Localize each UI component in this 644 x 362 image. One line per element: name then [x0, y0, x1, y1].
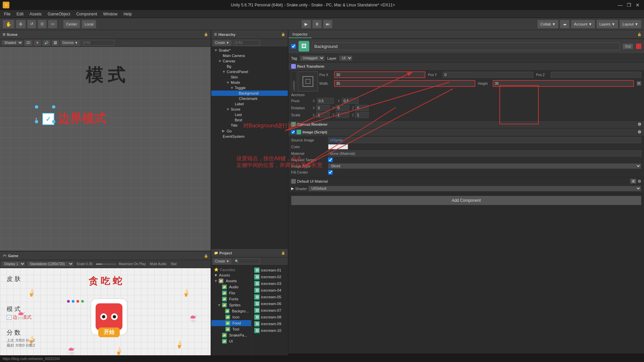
raycast-checkbox[interactable]	[328, 158, 333, 162]
project-search[interactable]	[233, 258, 260, 264]
hierarchy-item-2[interactable]: ▼Canvas	[211, 58, 288, 64]
pos-z-field[interactable]	[551, 72, 641, 78]
menu-gameobject[interactable]: GameObject	[45, 11, 73, 17]
scale-tool[interactable]: ⊡	[38, 20, 47, 28]
pause-button[interactable]: ⏸	[312, 20, 322, 28]
project-tree-item-7[interactable]: 📁 Food	[211, 320, 251, 326]
project-file-6[interactable]: 🖼icecream-07	[253, 307, 286, 314]
hierarchy-item-8[interactable]: Background	[211, 90, 288, 96]
gizmos-button[interactable]: Gizmos ▼	[60, 40, 80, 46]
collab-button[interactable]: Collab ▼	[537, 20, 558, 28]
maximize-button[interactable]: ❐	[625, 1, 633, 9]
image-enable-check[interactable]	[291, 130, 295, 134]
shader-arrow[interactable]: ▶	[291, 186, 294, 191]
image-settings-icon[interactable]: ⚙	[638, 130, 641, 134]
menu-component[interactable]: Component	[73, 11, 100, 17]
obj-name-field[interactable]	[312, 43, 620, 50]
project-file-4[interactable]: 🖼icecream-05	[253, 294, 286, 300]
canvas-settings-icon[interactable]: ⚙	[638, 122, 641, 127]
obj-enable-checkbox[interactable]	[291, 44, 296, 49]
project-file-3[interactable]: 🖼icecream-04	[253, 287, 286, 294]
image-script-header[interactable]: Image (Script) ⚙	[288, 128, 644, 136]
resolution-select[interactable]: Standalone (1280x720)	[27, 261, 74, 267]
anchors-diagram[interactable]	[298, 71, 318, 92]
rot-y-field[interactable]	[336, 105, 349, 111]
height-field[interactable]	[493, 80, 634, 87]
tag-select[interactable]: Untagged	[300, 55, 325, 61]
rotate-tool[interactable]: ↺	[27, 20, 36, 28]
play-button[interactable]: ▶	[302, 20, 311, 28]
project-tree-item-3[interactable]: 📁 Fonts	[211, 296, 251, 302]
minimize-button[interactable]: —	[616, 1, 624, 9]
project-file-1[interactable]: 🖼icecream-02	[253, 274, 286, 280]
project-file-7[interactable]: 🖼icecream-08	[253, 314, 286, 320]
source-image-value[interactable]: UISprite	[328, 137, 641, 143]
menu-assets[interactable]: Assets	[27, 11, 44, 17]
project-tree-item-1[interactable]: 📁 Audio	[211, 284, 251, 290]
step-button[interactable]: ⏭	[323, 20, 332, 28]
default-ui-settings-btn[interactable]: ⚙	[638, 179, 641, 184]
move-tool[interactable]: ✛	[16, 20, 26, 28]
project-tree-item-0[interactable]: ▼ 📁 Assets	[211, 278, 251, 284]
hierarchy-item-11[interactable]: ▼Score	[211, 107, 288, 112]
scale-slider[interactable]	[96, 263, 116, 265]
layer-select[interactable]: UI	[339, 55, 353, 61]
audio-toggle[interactable]: 🔊	[42, 40, 51, 46]
hierarchy-item-3[interactable]: Bg	[211, 64, 288, 69]
hierarchy-item-12[interactable]: Last	[211, 112, 288, 117]
default-ui-copy-btn[interactable]: ⊞	[630, 179, 636, 184]
material-value[interactable]: None (Material)	[328, 150, 641, 157]
stat-btn[interactable]: Stat	[169, 262, 178, 266]
close-button[interactable]: ✕	[634, 1, 641, 9]
scale-x-field[interactable]	[316, 112, 330, 118]
hierarchy-item-6[interactable]: ▼Mode	[211, 80, 288, 85]
fx-toggle[interactable]: 🖼	[51, 40, 59, 46]
2d-button[interactable]: 2D	[24, 40, 33, 46]
local-button[interactable]: Local	[82, 20, 96, 28]
project-tree-item-10[interactable]: 📁 UI	[211, 338, 251, 344]
shader-select[interactable]: UI/Default	[308, 186, 641, 191]
layout-button[interactable]: Layout ▼	[620, 20, 641, 28]
project-file-0[interactable]: 🖼icecream-01	[253, 267, 286, 274]
mode-checkbox[interactable]: ✓	[7, 315, 11, 320]
pos-x-field[interactable]	[334, 71, 425, 78]
mute-btn[interactable]: Mute Audio	[149, 262, 168, 266]
hierarchy-item-1[interactable]: Main Camera	[211, 53, 288, 58]
hierarchy-item-9[interactable]: Checkmark	[211, 96, 288, 101]
hierarchy-item-13[interactable]: Best	[211, 117, 288, 123]
scene-search[interactable]	[81, 40, 114, 46]
fill-center-checkbox[interactable]	[328, 170, 333, 175]
pos-y-field[interactable]	[443, 72, 533, 78]
image-type-select[interactable]: Sliced	[328, 163, 641, 169]
hand-tool[interactable]: ✋	[3, 20, 14, 28]
project-tree-item-4[interactable]: ▼ 📁 Sprites	[211, 302, 251, 308]
menu-help[interactable]: Help	[121, 11, 135, 17]
add-component-button[interactable]: Add Component	[291, 196, 641, 205]
project-tree-item-8[interactable]: 📁 Tool	[211, 326, 251, 332]
project-file-8[interactable]: 🖼icecream-09	[253, 320, 286, 327]
pivot-y-field[interactable]	[342, 98, 359, 104]
hierarchy-item-10[interactable]: Label	[211, 101, 288, 107]
inspector-tab[interactable]: Inspector	[288, 31, 312, 38]
hierarchy-item-0[interactable]: ▼Snake*	[211, 48, 288, 53]
pivot-x-field[interactable]	[317, 98, 334, 104]
light-toggle[interactable]: ☀	[34, 40, 41, 46]
maximize-btn[interactable]: Maximize On Play	[117, 262, 147, 266]
rect-tool[interactable]: ▭	[48, 20, 57, 28]
hierarchy-item-4[interactable]: ▼ControlPanel	[211, 69, 288, 74]
start-button[interactable]: 开始	[98, 327, 120, 337]
project-tree-item-9[interactable]: 📁 SnakePa...	[211, 332, 251, 338]
hierarchy-item-16[interactable]: EventSystem	[211, 134, 288, 139]
scale-z-field[interactable]	[355, 112, 369, 118]
layers-button[interactable]: Layers ▼	[596, 20, 618, 28]
color-swatch[interactable]	[328, 144, 348, 149]
rot-z-field[interactable]	[355, 105, 369, 111]
hierarchy-search[interactable]	[233, 40, 260, 46]
menu-window[interactable]: Window	[100, 11, 120, 17]
menu-file[interactable]: File	[1, 11, 13, 17]
canvas-renderer-header[interactable]: Canvas Renderer ⚙	[288, 121, 644, 128]
project-file-9[interactable]: 🖼icecream-10	[253, 327, 286, 334]
project-file-2[interactable]: 🖼icecream-03	[253, 280, 286, 287]
rect-transform-header[interactable]: Rect Transform	[288, 63, 644, 70]
cloud-button[interactable]: ☁	[560, 20, 570, 28]
